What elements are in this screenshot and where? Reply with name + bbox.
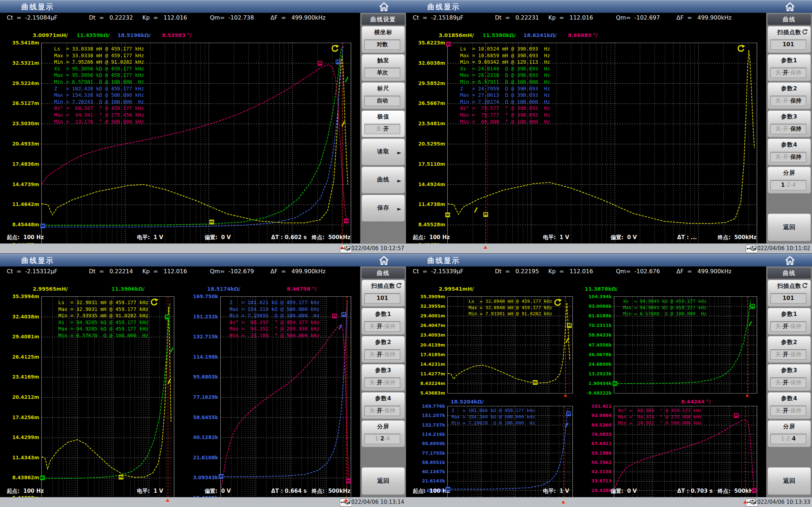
legend-line: Min = 6.57981 Ω @ 100.000 Hz <box>54 79 144 85</box>
softkey-参数4[interactable]: 参数4关-开-保持 <box>768 392 811 419</box>
page-title: 曲线显示 <box>21 256 54 265</box>
softkey-参数1[interactable]: 参数1关-开-保持 <box>768 308 811 335</box>
softkey-label: 参数3 <box>768 113 811 121</box>
home-button[interactable] <box>784 255 796 265</box>
softkey-参数1[interactable]: 参数1关-开-保持 <box>362 308 405 335</box>
display-area: Ct = -2.15084μFDt = 0.22232Kp = 112.016Q… <box>0 13 360 243</box>
y-axis-label: 14.4231m <box>415 361 445 366</box>
softkey-参数1[interactable]: 参数1关-开-保持 <box>768 54 811 81</box>
home-icon[interactable] <box>378 2 390 12</box>
value-option-active: 开 <box>377 407 383 414</box>
sweep-repeat-icon <box>395 282 402 289</box>
y-axis-label: 58.8433k <box>581 332 612 338</box>
softkey-曲线[interactable]: 曲线► <box>362 167 405 194</box>
softkey-参数4[interactable]: 参数4关-开-保持 <box>362 392 405 419</box>
sweep-repeat-icon-wrap <box>395 282 402 289</box>
home-button[interactable] <box>378 255 390 265</box>
quadrant-top-right: 曲线显示Ct = -2.15189μFDt = 0.22231Kp = 112.… <box>406 0 812 253</box>
value-option-active: 开 <box>377 323 383 329</box>
scale-label-g: 11.3878kΩ/ <box>585 286 618 292</box>
softkey-参数3[interactable]: 参数3关-开-保持 <box>362 364 405 391</box>
legend-line: Z = 24.7959 Ω @ 390.693 Hz <box>460 85 550 92</box>
softkey-参数2[interactable]: 参数2关-开-保持 <box>768 336 811 363</box>
legend-line: Min = 66.000 ° @ 100.000 Hz <box>460 118 550 125</box>
measurement-value: ΔF = 499.900kHz <box>270 268 326 275</box>
softkey-扫描点数[interactable]: 扫描点数101 <box>362 280 405 307</box>
value-option-active: 101 <box>782 295 794 301</box>
legend-line: Min = 7.93301 mH @ 91.0282 kHz <box>469 311 552 317</box>
sweep-status-row: 起点: 100 Hz电平: 1 V偏置: 0 VΔT : 0.602 s终点: … <box>0 234 360 243</box>
value-option-active: 单次 <box>377 69 388 76</box>
softkey-value: 关-开-保持 <box>770 349 806 360</box>
back-button[interactable]: 返回 <box>362 467 405 495</box>
home-button[interactable] <box>378 2 390 12</box>
y-axis-label: 13.2923k <box>581 371 612 376</box>
softkey-分屏[interactable]: 分屏1-2-4 <box>768 167 811 194</box>
y-axis-label: 8.43862m <box>9 475 39 480</box>
marker-M-m: M <box>317 61 322 66</box>
y-axis-label: 14.4739m <box>9 181 39 187</box>
bottom-info-strip: 2022/04/06 10:13:33 <box>406 497 812 507</box>
y-axis-label: 17.4256m <box>9 414 39 420</box>
measurement-value: Kp = 112.016 <box>142 14 187 21</box>
legend-line: Max = 75.777 ° @ 390.693 Hz <box>460 112 550 118</box>
softkey-参数2[interactable]: 参数2关-开-保持 <box>362 336 405 363</box>
quadrant-top-left: 曲线显示Ct = -2.15084μFDt = 0.22232Kp = 112.… <box>0 0 406 253</box>
softkey-触发[interactable]: 触发单次 <box>362 54 405 81</box>
softkey-读取[interactable]: 读取► <box>362 138 405 165</box>
measurement-value: Qm= -102.676 <box>616 268 660 275</box>
softkey-参数3[interactable]: 参数3关-开-保持 <box>768 110 811 137</box>
softkey-扫描点数[interactable]: 扫描点数101 <box>768 26 811 53</box>
home-icon[interactable] <box>784 255 796 265</box>
status-item: 终点: 500kHz <box>312 234 350 241</box>
y-axis-label: 24.6800k <box>581 361 612 366</box>
softkey-value: 关-开-保持 <box>770 377 806 388</box>
y-axis-label: 104.394k <box>581 294 612 299</box>
sweep-repeat-icon <box>801 282 808 289</box>
softkey-分屏[interactable]: 分屏1-2-4 <box>768 420 811 447</box>
y-axis-label: -9.48322k <box>581 390 612 396</box>
softkey-label: 参数2 <box>362 339 405 346</box>
softkey-保存[interactable]: 保存► <box>362 195 405 222</box>
marker-M-b: M <box>341 312 346 317</box>
softkey-扫描点数[interactable]: 扫描点数101 <box>768 280 811 307</box>
softkey-参数4[interactable]: 参数4关-开-保持 <box>768 138 811 165</box>
legend-line: θz° = 75.577 ° @ 390.693 Hz <box>460 105 550 112</box>
y-axis-label: 29.5224m <box>9 80 39 86</box>
y-axis-label: 11.4277m <box>415 371 445 376</box>
home-button[interactable] <box>784 2 796 12</box>
y-axis-label: 84.5260 <box>581 422 612 427</box>
back-button[interactable]: 返回 <box>768 467 811 495</box>
softkey-极值[interactable]: 极值关-开 <box>362 110 405 137</box>
y-axis-label: 95.6803k <box>188 374 218 380</box>
softkey-label: 横坐标 <box>362 29 405 36</box>
marker-readout-legend: Xs = 94.9045 kΩ @ 459.177 kHzMax = 94.90… <box>623 298 707 317</box>
scale-label-g: 11.4359kΩ/ <box>77 32 110 38</box>
y-axis-label: 23.4169m <box>9 374 39 380</box>
home-icon[interactable] <box>784 2 796 12</box>
marker-M-b: M <box>336 59 341 64</box>
softkey-参数3[interactable]: 参数3关-开-保持 <box>768 364 811 391</box>
value-option-active: 开 <box>377 351 383 358</box>
status-item: 电平: 1 V <box>137 488 163 495</box>
y-axis-label: 11.4343m <box>9 455 39 460</box>
measurement-value: ΔF = 499.900kHz <box>676 268 732 275</box>
value-option: 开 <box>783 154 789 160</box>
value-option-active: 2 <box>380 435 384 442</box>
y-axis-label: 42.3138 <box>581 469 612 474</box>
y-axis-label: 32.4038m <box>9 314 39 319</box>
softkey-横坐标[interactable]: 横坐标对数 <box>362 26 405 53</box>
value-option-active: 101 <box>782 41 794 48</box>
value-option: 1 <box>375 435 379 442</box>
home-icon[interactable] <box>378 255 390 265</box>
softkey-参数2[interactable]: 参数2关-开-保持 <box>768 82 811 109</box>
back-button[interactable]: 返回 <box>768 213 811 241</box>
softkey-label: 极值 <box>362 113 405 121</box>
value-option: 保持 <box>790 379 801 386</box>
y-axis-label: 29.5852m <box>415 80 445 86</box>
softkey-分屏[interactable]: 分屏1-2-4 <box>362 420 405 447</box>
softkey-标尺[interactable]: 标尺自动 <box>362 82 405 109</box>
y-axis-label: 76.0835 <box>581 431 612 437</box>
measurement-value: Ct = -2.15084μF <box>7 14 58 21</box>
y-axis-label: 93.0066k <box>581 303 612 309</box>
